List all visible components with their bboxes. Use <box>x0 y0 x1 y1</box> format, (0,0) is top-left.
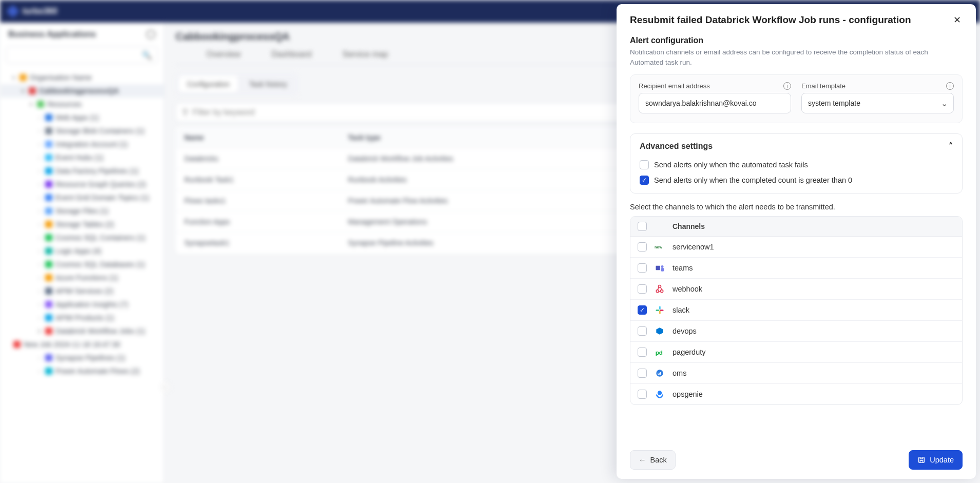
svg-rect-9 <box>659 311 661 314</box>
info-icon[interactable]: i <box>946 82 954 90</box>
svg-rect-8 <box>656 310 660 311</box>
channel-row-slack[interactable]: slack <box>630 300 962 321</box>
tree-item: ›Power Automate Flows (2) <box>0 364 164 378</box>
resource-icon <box>20 74 27 81</box>
channel-row-teams[interactable]: teams <box>630 258 962 279</box>
back-button[interactable]: ← Back <box>630 450 676 470</box>
update-button-label: Update <box>930 456 954 464</box>
advanced-settings-toggle[interactable]: Advanced settings ˄ <box>630 134 962 158</box>
tree-item: ›Cosmos SQL Containers (1) <box>0 231 164 244</box>
channel-checkbox[interactable] <box>638 326 647 336</box>
close-icon[interactable]: ✕ <box>951 14 963 26</box>
channel-label: slack <box>672 306 955 314</box>
channel-row-servicenow[interactable]: nowservicenow1 <box>630 237 962 258</box>
tree-item: ›Event Grid Domain Topics (1) <box>0 191 164 204</box>
svg-rect-15 <box>919 457 925 463</box>
checkbox[interactable] <box>640 176 649 185</box>
tree-item: ›Event Hubs (1) <box>0 151 164 164</box>
resource-icon <box>45 327 52 335</box>
adv-opt-fails[interactable]: Send alerts only when the automated task… <box>640 160 953 169</box>
sidebar-title: Business Applications <box>8 30 96 39</box>
tree-item: ›Data Factory Pipelines (1) <box>0 164 164 178</box>
cell-name: Flows tasks1 <box>176 190 340 211</box>
chevron-icon: ▾ <box>29 101 34 108</box>
svg-text:now: now <box>655 245 662 249</box>
resource-icon <box>45 207 52 215</box>
select-all-checkbox[interactable] <box>638 222 647 231</box>
tree-item: ›APIM Products (1) <box>0 311 164 324</box>
resource-icon <box>45 114 52 121</box>
tree-item: ›Storage Tables (2) <box>0 218 164 231</box>
tree-item: ›APIM Services (2) <box>0 284 164 298</box>
resource-icon <box>45 354 52 361</box>
advanced-settings: Advanced settings ˄ Send alerts only whe… <box>630 133 963 194</box>
tree-item: ›Synapse Pipelines (1) <box>0 351 164 364</box>
channel-label: teams <box>672 264 955 272</box>
tree-item-label: CabbookingprocessQA <box>39 87 119 95</box>
email-template-select[interactable]: ⌄ <box>801 93 954 113</box>
channel-label: webhook <box>672 285 955 293</box>
tree-item-label: APIM Services (2) <box>55 287 113 295</box>
adv-opt-completed-count[interactable]: Send alerts only when the completed coun… <box>640 176 953 185</box>
resource-icon <box>45 234 52 241</box>
devops-icon <box>654 325 665 337</box>
sidebar-tree: ▾Organisation Name▾CabbookingprocessQA▾R… <box>0 69 164 483</box>
channel-row-devops[interactable]: devops <box>630 321 962 342</box>
subtab-task-history: Task history <box>241 76 295 92</box>
tree-item-label: Event Hubs (1) <box>55 153 103 162</box>
tree-item-label: Integration Account (1) <box>55 140 128 148</box>
channel-checkbox[interactable] <box>638 263 647 273</box>
resource-icon <box>45 221 52 228</box>
chevron-icon: › <box>37 181 42 187</box>
channel-label: servicenow1 <box>672 243 955 251</box>
tree-item-label: Azure Functions (1) <box>55 274 118 282</box>
chevron-icon: › <box>37 355 42 361</box>
channel-row-oms[interactable]: uloms <box>630 363 962 384</box>
channel-row-pagerduty[interactable]: pdpagerduty <box>630 342 962 363</box>
checkbox[interactable] <box>640 160 649 169</box>
chevron-icon: ▾ <box>21 88 26 94</box>
email-template-value[interactable] <box>801 93 954 113</box>
tree-item-label: Synapse Pipelines (1) <box>55 354 125 362</box>
tree-item: ›Resource Graph Queries (2) <box>0 178 164 191</box>
channel-row-webhook[interactable]: webhook <box>630 279 962 300</box>
resource-icon <box>45 301 52 308</box>
resource-icon <box>45 154 52 161</box>
tree-item-label: Data Factory Pipelines (1) <box>55 167 139 175</box>
channel-label: pagerduty <box>672 348 955 356</box>
update-button[interactable]: Update <box>909 450 963 470</box>
resource-icon <box>45 274 52 281</box>
chevron-icon: › <box>37 368 42 374</box>
info-icon[interactable]: i <box>783 82 791 90</box>
channel-checkbox[interactable] <box>638 305 647 315</box>
channel-checkbox[interactable] <box>638 284 647 294</box>
tree-item: ›Azure Functions (1) <box>0 271 164 284</box>
resource-icon <box>13 341 21 348</box>
cell-type: Runbook Activities <box>340 169 642 190</box>
recipient-email-input[interactable] <box>639 93 791 113</box>
channels-table: Channels nowservicenow1teamswebhookslack… <box>630 216 963 405</box>
svg-rect-3 <box>661 268 664 272</box>
cell-name: Runbook Task1 <box>176 169 340 190</box>
channel-checkbox[interactable] <box>638 347 647 357</box>
resource-icon <box>29 87 36 94</box>
channel-checkbox[interactable] <box>638 390 647 399</box>
channel-label: oms <box>672 369 955 377</box>
svg-rect-10 <box>660 310 664 311</box>
channel-label: devops <box>672 327 955 335</box>
tree-item-label: Event Grid Domain Topics (1) <box>55 194 149 202</box>
resource-icon <box>45 368 52 375</box>
chevron-icon: ▾ <box>37 328 42 335</box>
channel-row-opsgenie[interactable]: opsgenie <box>630 384 962 404</box>
channel-checkbox[interactable] <box>638 369 647 378</box>
svg-rect-7 <box>659 306 661 310</box>
chevron-icon: › <box>37 141 42 147</box>
teams-icon <box>654 262 665 274</box>
channel-checkbox[interactable] <box>638 242 647 252</box>
resource-icon <box>45 167 52 175</box>
tree-item: ›Application Insights (7) <box>0 298 164 311</box>
advanced-settings-label: Advanced settings <box>640 142 713 151</box>
tree-item-label: Cosmos SQL Databases (1) <box>55 260 145 268</box>
resource-icon <box>37 101 44 108</box>
tree-item: ▾CabbookingprocessQA <box>0 84 164 98</box>
